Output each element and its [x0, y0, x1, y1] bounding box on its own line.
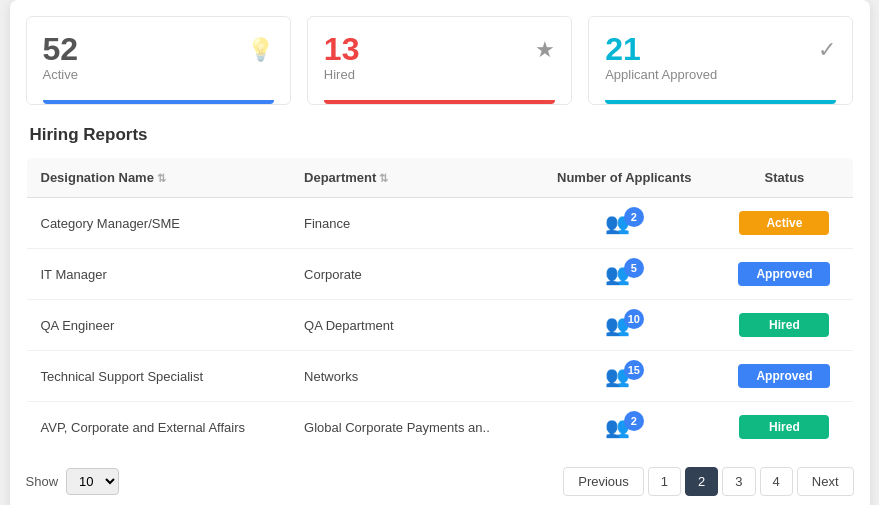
main-container: 52 Active 💡 13 Hired ★ 21 Applicant Appr…	[10, 0, 870, 505]
col-header-designation[interactable]: Designation Name	[26, 158, 290, 198]
col-header-department[interactable]: Department	[290, 158, 532, 198]
status-badge-0: Active	[739, 211, 829, 235]
pagination-page-2[interactable]: 2	[685, 467, 718, 496]
cell-designation-0: Category Manager/SME	[26, 198, 290, 249]
pagination-next[interactable]: Next	[797, 467, 854, 496]
cell-applicants-0: 👥 2	[532, 198, 716, 249]
cell-status-2: Hired	[716, 300, 853, 351]
stat-icon-approved: ✓	[818, 37, 836, 63]
stat-label-approved: Applicant Approved	[605, 67, 717, 94]
pagination: Previous1234Next	[563, 467, 853, 496]
stat-label-hired: Hired	[324, 67, 360, 94]
applicant-badge-3: 👥 15	[605, 364, 644, 388]
stat-bar-approved	[605, 100, 836, 104]
stat-bar-active	[43, 100, 274, 104]
badge-count-0: 2	[624, 207, 644, 227]
cell-designation-1: IT Manager	[26, 249, 290, 300]
cell-status-1: Approved	[716, 249, 853, 300]
section-title: Hiring Reports	[10, 105, 870, 157]
stat-bar-hired	[324, 100, 555, 104]
stat-number-active: 52	[43, 33, 79, 65]
table-row: Category Manager/SMEFinance 👥 2 Active	[26, 198, 853, 249]
stat-number-hired: 13	[324, 33, 360, 65]
table-row: QA EngineerQA Department 👥 10 Hired	[26, 300, 853, 351]
cell-status-3: Approved	[716, 351, 853, 402]
stat-icon-hired: ★	[535, 37, 555, 63]
cell-designation-4: AVP, Corporate and External Affairs	[26, 402, 290, 453]
cell-department-2: QA Department	[290, 300, 532, 351]
table-row: AVP, Corporate and External AffairsGloba…	[26, 402, 853, 453]
stat-cards-row: 52 Active 💡 13 Hired ★ 21 Applicant Appr…	[10, 0, 870, 105]
table-footer: Show 5102550 Previous1234Next	[10, 453, 870, 505]
show-text: Show	[26, 474, 59, 489]
cell-status-0: Active	[716, 198, 853, 249]
cell-applicants-3: 👥 15	[532, 351, 716, 402]
applicant-badge-2: 👥 10	[605, 313, 644, 337]
status-badge-3: Approved	[738, 364, 830, 388]
status-badge-2: Hired	[739, 313, 829, 337]
stat-card-active: 52 Active 💡	[26, 16, 291, 105]
cell-applicants-4: 👥 2	[532, 402, 716, 453]
cell-department-4: Global Corporate Payments an..	[290, 402, 532, 453]
cell-department-3: Networks	[290, 351, 532, 402]
col-header-applicants: Number of Applicants	[532, 158, 716, 198]
badge-count-3: 15	[624, 360, 644, 380]
applicant-badge-1: 👥 5	[605, 262, 644, 286]
status-badge-1: Approved	[738, 262, 830, 286]
cell-applicants-1: 👥 5	[532, 249, 716, 300]
badge-count-1: 5	[624, 258, 644, 278]
table-wrapper: Designation NameDepartmentNumber of Appl…	[10, 157, 870, 453]
stat-icon-active: 💡	[247, 37, 274, 63]
cell-applicants-2: 👥 10	[532, 300, 716, 351]
pagination-page-4[interactable]: 4	[760, 467, 793, 496]
hiring-table: Designation NameDepartmentNumber of Appl…	[26, 157, 854, 453]
pagination-page-3[interactable]: 3	[722, 467, 755, 496]
stat-number-approved: 21	[605, 33, 717, 65]
cell-department-0: Finance	[290, 198, 532, 249]
table-row: Technical Support SpecialistNetworks 👥 1…	[26, 351, 853, 402]
cell-department-1: Corporate	[290, 249, 532, 300]
applicant-badge-4: 👥 2	[605, 415, 644, 439]
pagination-page-1[interactable]: 1	[648, 467, 681, 496]
badge-count-4: 2	[624, 411, 644, 431]
col-header-status: Status	[716, 158, 853, 198]
pagination-previous[interactable]: Previous	[563, 467, 644, 496]
table-row: IT ManagerCorporate 👥 5 Approved	[26, 249, 853, 300]
status-badge-4: Hired	[739, 415, 829, 439]
show-label-group: Show 5102550	[26, 468, 120, 495]
stat-label-active: Active	[43, 67, 79, 94]
show-select[interactable]: 5102550	[66, 468, 119, 495]
cell-designation-2: QA Engineer	[26, 300, 290, 351]
stat-card-hired: 13 Hired ★	[307, 16, 572, 105]
badge-count-2: 10	[624, 309, 644, 329]
cell-status-4: Hired	[716, 402, 853, 453]
cell-designation-3: Technical Support Specialist	[26, 351, 290, 402]
stat-card-approved: 21 Applicant Approved ✓	[588, 16, 853, 105]
applicant-badge-0: 👥 2	[605, 211, 644, 235]
